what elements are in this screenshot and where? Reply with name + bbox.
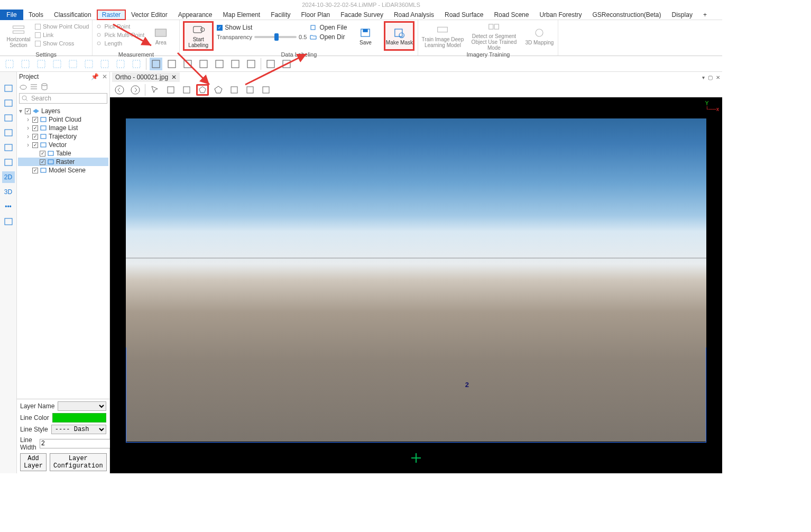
hourglass-tool[interactable] — [165, 58, 178, 70]
burst-tool[interactable] — [229, 58, 242, 70]
viewer-canvas[interactable]: 2 Y └──x — [110, 97, 722, 473]
rect-sel-tool[interactable] — [164, 84, 177, 96]
rect-tool[interactable] — [98, 58, 111, 70]
rail-3D[interactable]: 3D — [2, 186, 15, 198]
menu-item-appearance[interactable]: Appearance — [173, 10, 218, 20]
train-model-button[interactable]: Train Image Deep Learning Model — [421, 21, 464, 51]
settings-option[interactable]: Show Cross — [35, 39, 89, 48]
3d-mapping-button[interactable]: 3D Mapping — [524, 21, 555, 51]
horizontal-section-button[interactable]: Horizontal Section — [3, 21, 34, 51]
menu-item-raster[interactable]: Raster — [97, 10, 126, 20]
detect-segment-button[interactable]: Detect or Segment Object Use Trained Mod… — [465, 21, 523, 51]
tab-control[interactable]: ✕ — [716, 75, 720, 80]
start-labeling-button[interactable]: Start Labeling — [183, 21, 214, 51]
cross-arrows-tool[interactable] — [197, 58, 210, 70]
tree-node-raster[interactable]: ✓Raster — [18, 158, 108, 166]
cursor-tool[interactable] — [149, 84, 161, 96]
menu-item-map-element[interactable]: Map Element — [217, 10, 265, 20]
menu-item-floor-plan[interactable]: Floor Plan — [296, 10, 336, 20]
menu-item-road-scene[interactable]: Road Scene — [489, 10, 534, 20]
open-file-button[interactable]: Open File — [310, 23, 347, 32]
settings-option[interactable]: Show Point Cloud — [35, 22, 89, 31]
tree-node-trajectory[interactable]: ›✓Trajectory — [18, 132, 108, 141]
measure-option[interactable]: Length — [96, 39, 144, 48]
rail-Xray[interactable] — [2, 112, 15, 124]
rail-dots[interactable]: ••• — [2, 201, 15, 213]
tree-root-layers[interactable]: ▾✓Layers — [18, 107, 108, 115]
back-tool[interactable] — [113, 84, 126, 96]
stack-icon[interactable] — [30, 82, 38, 91]
rect-solid-tool[interactable] — [150, 58, 162, 70]
open-dir-button[interactable]: Open Dir — [310, 33, 347, 41]
graph2-tool[interactable] — [19, 58, 32, 70]
line-color-swatch[interactable] — [52, 413, 106, 423]
x-shape-tool[interactable] — [181, 58, 194, 70]
reset-tool[interactable] — [280, 58, 293, 70]
save-button[interactable]: Save — [350, 21, 381, 51]
db-icon[interactable] — [40, 82, 49, 91]
oval-tool[interactable] — [82, 58, 95, 70]
svg-rect-1 — [13, 31, 24, 33]
close-icon[interactable]: ✕ — [102, 73, 107, 80]
layer-config-button[interactable]: Layer Configuration — [50, 453, 107, 471]
menu-item-facility[interactable]: Facility — [265, 10, 296, 20]
menu-item-road-surface[interactable]: Road Surface — [439, 10, 489, 20]
rect3-tool[interactable] — [130, 58, 143, 70]
menu-item-vector-editor[interactable]: Vector Editor — [126, 10, 173, 20]
show-list-checkbox[interactable]: ✓Show List — [217, 23, 307, 32]
circle-tool[interactable] — [67, 58, 79, 70]
search-input[interactable]: Search — [19, 93, 107, 104]
tree-node-point-cloud[interactable]: ›✓Point Cloud — [18, 115, 108, 124]
layer-name-field[interactable] — [58, 401, 106, 411]
cross-tool[interactable] — [264, 58, 277, 70]
line-width-field[interactable] — [40, 439, 119, 448]
settings-option[interactable]: Link — [35, 31, 89, 39]
poly-add-tool[interactable] — [228, 84, 241, 96]
forward-tool[interactable] — [129, 84, 142, 96]
make-mask-button[interactable]: Make Mask — [384, 21, 414, 51]
menu-item-road-analysis[interactable]: Road Analysis — [389, 10, 439, 20]
tab-control[interactable]: ▾ — [702, 75, 705, 80]
menu-item-urban-forestry[interactable]: Urban Forestry — [534, 10, 587, 20]
tree-node-table[interactable]: ✓Table — [18, 149, 108, 158]
menu-item-classification[interactable]: Classification — [49, 10, 97, 20]
rail-img[interactable] — [2, 216, 15, 227]
menu-item--[interactable]: + — [698, 10, 712, 20]
rail-H[interactable] — [2, 82, 15, 94]
square-tool[interactable] — [51, 58, 63, 70]
rail-ED[interactable] — [2, 97, 15, 109]
rail-cube[interactable] — [2, 127, 15, 139]
pentagon-tool[interactable] — [35, 58, 48, 70]
measure-option[interactable]: Pick Point — [96, 22, 144, 31]
transparency-slider[interactable] — [254, 36, 297, 38]
tab-control[interactable]: ▢ — [708, 75, 713, 80]
tab-close-icon[interactable]: ✕ — [171, 74, 177, 81]
file-menu[interactable]: File — [0, 10, 23, 20]
polygon-tool[interactable] — [196, 84, 209, 96]
rect2-tool[interactable] — [114, 58, 127, 70]
target-tool[interactable] — [213, 58, 226, 70]
measure-option[interactable]: Pick Multi-Point — [96, 31, 144, 39]
line-style-field[interactable]: ---- Dash — [51, 425, 106, 434]
rail-arrows[interactable] — [2, 142, 15, 153]
add-layer-button[interactable]: Add Layer — [20, 453, 47, 471]
fill-sel-tool[interactable] — [180, 84, 193, 96]
rail-box[interactable] — [2, 157, 15, 168]
tree-node-image-list[interactable]: ›✓Image List — [18, 124, 108, 132]
area-button[interactable]: Area — [145, 21, 176, 51]
tree-node-vector[interactable]: ›✓Vector — [18, 141, 108, 149]
menu-item-gsreconstruction-beta-[interactable]: GSReconstruction(Beta) — [587, 10, 666, 20]
viewer-tab[interactable]: Ortho - 000021.jpg ✕ — [112, 72, 180, 82]
L-shape-tool[interactable] — [245, 58, 257, 70]
menu-item-display[interactable]: Display — [667, 10, 698, 20]
graph-tool[interactable] — [3, 58, 16, 70]
tree-node-model-scene[interactable]: ✓Model Scene — [18, 166, 108, 175]
rail-2D[interactable]: 2D — [2, 171, 15, 183]
menu-item-facade-survey[interactable]: Facade Survey — [335, 10, 389, 20]
polygon2-tool[interactable] — [212, 84, 225, 96]
cloud-icon[interactable] — [19, 82, 27, 91]
pill-add-tool[interactable] — [244, 84, 256, 96]
menu-item-tools[interactable]: Tools — [23, 10, 49, 20]
annotate-tool[interactable] — [260, 84, 272, 96]
pin-icon[interactable]: 📌 — [91, 73, 99, 80]
